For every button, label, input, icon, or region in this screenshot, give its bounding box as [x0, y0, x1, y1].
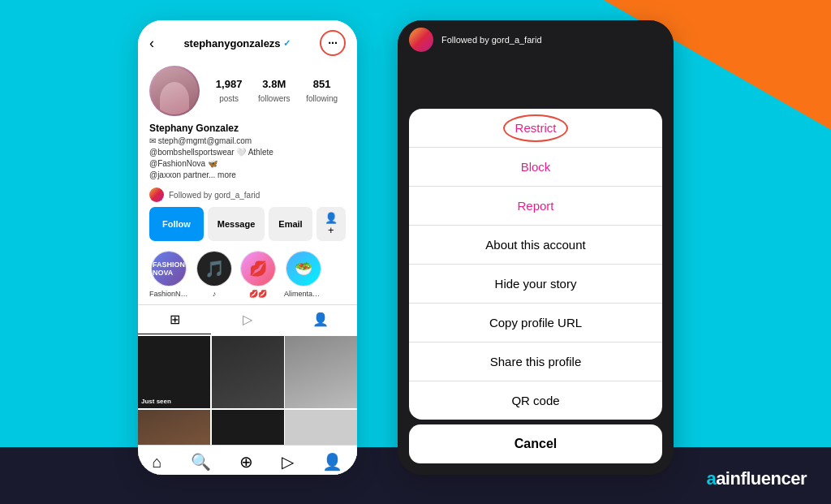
logo-text: ainfluencer [716, 468, 807, 489]
tab-tagged[interactable]: 👤 [284, 305, 357, 334]
posts-label: posts [219, 94, 239, 103]
highlight-circle-food: 🥗 [286, 251, 321, 286]
add-friend-button[interactable]: 👤+ [316, 207, 346, 241]
block-label: Block [521, 160, 551, 174]
grid-item-2[interactable] [212, 336, 284, 408]
highlight-label-music: ♪ [213, 290, 217, 298]
grid-label-1: Just seen [138, 336, 210, 408]
bottom-nav: ⌂ 🔍 ⊕ ▷ 👤 [138, 445, 357, 475]
left-phone: ‹ stephanygonzalezs ✓ ··· 1,987 posts 3.… [138, 20, 357, 475]
nav-add[interactable]: ⊕ [239, 452, 253, 472]
bio-line2: @bombshellsportswear 🤍 Athlete [149, 147, 346, 158]
action-share-profile[interactable]: Share this profile [409, 342, 662, 381]
followed-by-text: Followed by gord_a_farid [169, 191, 260, 200]
bio-line3: @FashionNova 🦋 [149, 158, 346, 170]
profile-tabs: ⊞ ▷ 👤 [138, 304, 357, 334]
more-button[interactable]: ··· [320, 30, 346, 56]
following-label: following [306, 94, 338, 103]
hide-story-label: Hide your story [495, 277, 577, 291]
highlight-music[interactable]: 🎵 ♪ [196, 251, 232, 298]
bio-line4: @jaxxon partner... more [149, 170, 346, 181]
right-phone: Followed by gord_a_farid Restrict Block … [398, 20, 674, 475]
action-qr[interactable]: QR code [409, 381, 662, 420]
following-stat: 851 following [306, 78, 338, 105]
highlights-row: FASHIONNOVA FashionNova 🎵 ♪ 💋 💋💋 🥗 [138, 248, 357, 304]
highlight-fashionnova[interactable]: FASHIONNOVA FashionNova [149, 251, 188, 298]
nav-search[interactable]: 🔍 [191, 452, 211, 472]
copy-url-label: Copy profile URL [489, 316, 582, 330]
grid-item-1[interactable]: Just seen [138, 336, 210, 408]
highlight-circle-fashion: FASHIONNOVA [151, 251, 187, 286]
restrict-label: Restrict [515, 121, 557, 135]
verified-badge: ✓ [283, 38, 291, 49]
followers-label: followers [258, 94, 290, 103]
share-profile-label: Share this profile [490, 355, 582, 368]
highlight-circle-beauty: 💋 [240, 251, 276, 286]
action-hide-story[interactable]: Hide your story [409, 265, 662, 304]
username-text: stephanygonzalezs [183, 37, 280, 50]
right-avatar [409, 28, 433, 52]
right-topbar: Followed by gord_a_farid [398, 20, 674, 59]
profile-row: 1,987 posts 3.8M followers 851 following [138, 61, 357, 121]
highlight-label-fashion: FashionNova [149, 290, 188, 298]
posts-count: 1,987 [216, 78, 243, 90]
followers-count: 3.8M [258, 78, 290, 90]
action-sheet-main: Restrict Block Report About this account… [409, 109, 662, 420]
bio-name: Stephany Gonzalez [149, 123, 346, 134]
action-buttons: Follow Message Email 👤+ [138, 207, 357, 248]
tab-reels[interactable]: ▷ [211, 305, 284, 334]
qr-code-label: QR code [511, 394, 559, 407]
action-restrict[interactable]: Restrict [409, 109, 662, 148]
action-copy-url[interactable]: Copy profile URL [409, 304, 662, 342]
highlight-label-beauty: 💋💋 [249, 290, 267, 298]
follow-button[interactable]: Follow [149, 207, 204, 241]
profile-stats: 1,987 posts 3.8M followers 851 following [208, 78, 346, 105]
bio-line1: ✉ steph@mgmt@gmail.com [149, 136, 346, 147]
action-block[interactable]: Block [409, 148, 662, 187]
logo-prefix: a [706, 468, 716, 489]
nav-home[interactable]: ⌂ [153, 453, 162, 472]
highlight-beauty[interactable]: 💋 💋💋 [240, 251, 276, 298]
ig-header: ‹ stephanygonzalezs ✓ ··· [138, 20, 357, 61]
followed-avatar [149, 187, 164, 202]
about-label: About this account [485, 238, 585, 252]
highlight-label-food: Alimentacion [284, 290, 323, 298]
ainfluencer-logo: aainfluencer [706, 468, 807, 489]
tab-grid[interactable]: ⊞ [138, 305, 211, 334]
action-about[interactable]: About this account [409, 226, 662, 265]
cancel-button[interactable]: Cancel [409, 424, 662, 463]
right-followed-text: Followed by gord_a_farid [441, 35, 542, 45]
following-count: 851 [306, 78, 338, 90]
highlight-circle-music: 🎵 [196, 251, 232, 286]
cancel-label: Cancel [515, 437, 557, 450]
nav-profile[interactable]: 👤 [322, 452, 342, 472]
followed-by: Followed by gord_a_farid [138, 186, 357, 207]
report-label: Report [517, 199, 553, 213]
grid-item-3[interactable] [285, 336, 357, 408]
action-report[interactable]: Report [409, 187, 662, 226]
message-button[interactable]: Message [208, 207, 265, 241]
posts-stat: 1,987 posts [216, 78, 243, 105]
email-button[interactable]: Email [269, 207, 312, 241]
bio-section: Stephany Gonzalez ✉ steph@mgmt@gmail.com… [138, 121, 357, 186]
bio-line4-text: @jaxxon partner... more [149, 170, 236, 179]
followers-stat: 3.8M followers [258, 78, 290, 105]
avatar [149, 66, 200, 116]
nav-reels[interactable]: ▷ [282, 452, 294, 472]
highlight-food[interactable]: 🥗 Alimentacion [284, 251, 323, 298]
back-icon[interactable]: ‹ [149, 35, 154, 52]
profile-username: stephanygonzalezs ✓ [183, 37, 290, 50]
